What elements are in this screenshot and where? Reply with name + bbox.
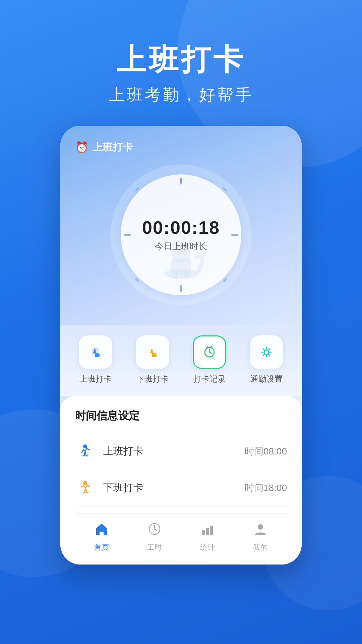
tick-8 (135, 278, 139, 282)
clock-label: 今日上班时长 (155, 240, 207, 252)
profile-icon (253, 522, 268, 540)
stats-label: 统计 (200, 542, 215, 552)
svg-point-14 (83, 481, 87, 485)
tick-6 (180, 285, 182, 292)
work-end-row[interactable]: 下班打卡 时间18:00 (75, 470, 287, 506)
phone-app-bar: ⏰ 上班打卡 (75, 141, 287, 154)
tick-2 (223, 187, 227, 192)
nav-stats[interactable]: 统计 (200, 522, 215, 552)
work-start-icon (75, 441, 95, 462)
section-title: 时间信息设定 (75, 409, 287, 423)
phone-top-area: ⏰ 上班打卡 (60, 126, 302, 325)
nav-profile[interactable]: 我的 (253, 522, 268, 552)
svg-rect-5 (173, 272, 178, 279)
work-start-row[interactable]: 上班打卡 时间08:00 (75, 433, 287, 470)
hours-icon (147, 522, 162, 540)
action-buttons-row: 上班打卡 下班打卡 打卡记录 (60, 325, 302, 396)
tick-10 (135, 187, 139, 192)
work-end-name: 下班打卡 (103, 481, 245, 495)
clock-outer: 00:00:18 今日上班时长 (111, 164, 251, 305)
checkout-button-item[interactable]: 下班打卡 (136, 335, 169, 384)
app-title-main: 上班打卡 (0, 44, 362, 76)
records-label: 打卡记录 (193, 374, 226, 384)
tick-9 (124, 234, 131, 236)
settings-label: 通勤设置 (250, 374, 283, 384)
svg-point-13 (83, 444, 87, 448)
home-label: 首页 (94, 542, 109, 552)
work-end-icon (75, 478, 95, 498)
records-button-item[interactable]: 打卡记录 (193, 335, 226, 384)
svg-point-12 (264, 350, 269, 355)
svg-rect-7 (94, 349, 96, 354)
alarm-icon: ⏰ (75, 141, 88, 154)
checkin-button-item[interactable]: 上班打卡 (79, 335, 112, 384)
svg-rect-9 (151, 349, 153, 354)
home-icon (94, 522, 109, 540)
svg-point-19 (258, 524, 263, 530)
work-start-time: 时间08:00 (245, 445, 287, 458)
bottom-nav: 首页 工时 统计 (75, 513, 287, 565)
checkin-button-circle[interactable] (79, 335, 112, 369)
records-button-circle[interactable] (193, 335, 226, 369)
tick-3 (231, 234, 238, 236)
tick-4 (223, 278, 227, 282)
checkout-label: 下班打卡 (136, 374, 169, 384)
work-start-name: 上班打卡 (103, 444, 245, 458)
clock-hand-dot (180, 179, 182, 182)
settings-button-circle[interactable] (250, 335, 283, 369)
phone-bottom-area: 时间信息设定 上班打卡 时间08:00 下班打卡 (60, 396, 302, 565)
app-title-sub: 上班考勤，好帮手 (0, 84, 362, 106)
svg-rect-18 (210, 526, 213, 535)
clock-inner: 00:00:18 今日上班时长 (121, 174, 241, 295)
stats-icon (200, 522, 215, 540)
phone-bar-title: 上班打卡 (93, 141, 133, 154)
hours-label: 工时 (147, 542, 162, 552)
svg-rect-6 (184, 272, 189, 279)
svg-rect-16 (202, 530, 205, 535)
settings-button-item[interactable]: 通勤设置 (250, 335, 283, 384)
svg-rect-17 (206, 528, 209, 535)
work-end-time: 时间18:00 (245, 482, 287, 494)
nav-home[interactable]: 首页 (94, 522, 109, 552)
checkout-button-circle[interactable] (136, 335, 169, 369)
clock-time: 00:00:18 (142, 217, 220, 238)
clock-container: 00:00:18 今日上班时长 (75, 164, 287, 305)
phone-mockup: ⏰ 上班打卡 (60, 126, 302, 565)
top-header: 上班打卡 上班考勤，好帮手 (0, 0, 362, 126)
checkin-label: 上班打卡 (79, 374, 112, 384)
profile-label: 我的 (253, 542, 268, 552)
nav-hours[interactable]: 工时 (147, 522, 162, 552)
